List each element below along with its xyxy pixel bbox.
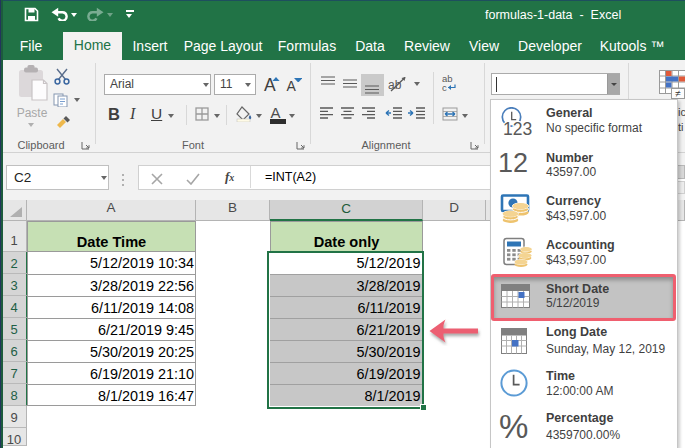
svg-text:123: 123 [503, 119, 532, 139]
svg-text:ab: ab [388, 78, 402, 92]
svg-text:c: c [442, 82, 447, 92]
